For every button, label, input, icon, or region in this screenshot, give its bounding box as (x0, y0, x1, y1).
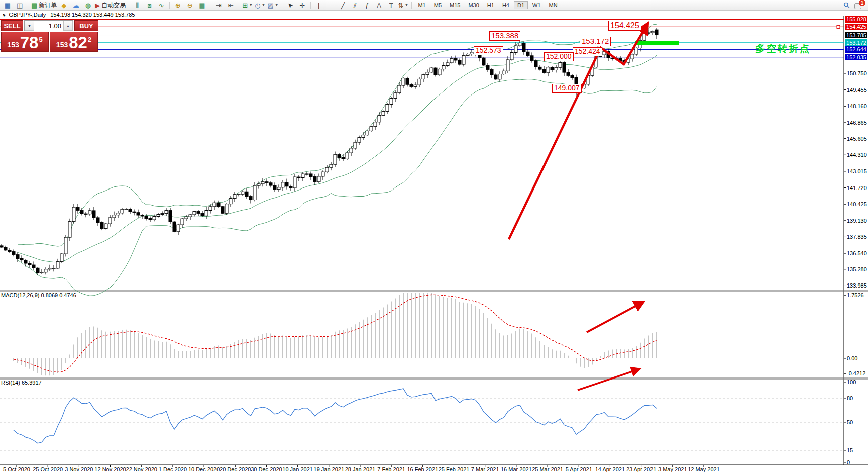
price-axis-tick: 139.130 (847, 218, 867, 224)
search-icon[interactable]: ⚲ (841, 0, 852, 10)
autotrading-button[interactable]: ▶自动交易 (94, 1, 127, 10)
timeframe-button-m15[interactable]: M15 (446, 1, 464, 9)
date-label: 12 May 2021 (688, 466, 720, 472)
price-annotation-label[interactable]: 154.425 (608, 21, 641, 31)
date-label: 25 Oct 2020 (33, 466, 63, 472)
zoom-out-icon[interactable]: ⊖ (184, 1, 196, 10)
arrows-icon[interactable]: ⇅▼ (397, 1, 410, 10)
macd-axis-tick: -0.4212 (847, 370, 865, 376)
rsi-axis-tick: 50 (847, 419, 853, 425)
date-label: 22 Nov 2020 (126, 466, 157, 472)
chart-shift-icon[interactable]: ⇤ (225, 1, 237, 10)
date-label: 7 Mar 2021 (471, 466, 499, 472)
axis-price-label: 153.172 (845, 39, 867, 46)
periods-icon[interactable]: ◷▼ (254, 1, 266, 10)
cursor-icon[interactable]: ➤ (284, 1, 296, 10)
macd-indicator-label: MACD(12,26,9) 0.8069 0.4746 (1, 292, 76, 298)
vertical-line-icon[interactable]: ❘ (313, 1, 325, 10)
trendline-icon[interactable]: ╱ (337, 1, 349, 10)
axis-price-label: 152.644 (845, 46, 867, 53)
green-support-bar[interactable] (635, 41, 679, 45)
line-chart-icon[interactable]: ∿ (155, 1, 167, 10)
date-label: 16 Mar 2021 (501, 466, 532, 472)
price-annotation-label[interactable]: 153.388 (489, 31, 520, 41)
timeframe-button-h1[interactable]: H1 (484, 1, 498, 9)
price-axis-tick: 148.160 (847, 103, 867, 109)
volume-stepper[interactable]: ▼ 1.00 ▲ (24, 20, 73, 31)
sell-price[interactable]: 153 78 5 (1, 32, 49, 52)
timeframe-button-h4[interactable]: H4 (499, 1, 513, 9)
metaeditor-icon[interactable]: ◆ (58, 1, 70, 10)
notification-badge: 1 (859, 0, 865, 6)
crosshair-icon[interactable]: ✛ (296, 1, 308, 10)
date-label: 23 Apr 2021 (626, 466, 656, 472)
price-axis-tick: 137.835 (847, 234, 867, 240)
macd-histogram (14, 293, 657, 375)
new-chart-icon[interactable]: ▦ (2, 1, 14, 10)
price-axis-tick: 150.750 (847, 70, 867, 76)
price-annotation-label[interactable]: 149.007 (552, 84, 582, 93)
profiles-icon[interactable]: ◫ (14, 1, 26, 10)
text-icon[interactable]: A (373, 1, 385, 10)
buy-price[interactable]: 153 82 2 (50, 32, 98, 52)
date-label: 3 May 2021 (658, 466, 687, 472)
toolbar-separator (310, 2, 311, 9)
tile-windows-icon[interactable]: ▦ (196, 1, 208, 10)
timeframe-button-m1[interactable]: M1 (414, 1, 429, 9)
price-axis-tick: 149.455 (847, 87, 867, 93)
new-order-button[interactable]: ▤新订单 (30, 1, 58, 10)
chart-mini-icon: ➤ (1, 12, 7, 18)
zoom-in-icon[interactable]: ⊕ (172, 1, 184, 10)
buy-button[interactable]: BUY (74, 20, 98, 31)
axis-price-label: 154.425 (845, 24, 867, 30)
price-annotation-label[interactable]: 153.172 (580, 37, 611, 46)
fibonacci-icon[interactable]: ƒ (361, 1, 373, 10)
rsi-axis-tick: 15 (847, 447, 853, 453)
price-annotation-label[interactable]: 152.573 (474, 46, 503, 55)
trendline-endpoint-marker[interactable] (837, 25, 840, 28)
timeframe-button-w1[interactable]: W1 (529, 1, 545, 9)
notifications-icon[interactable]: 1 (854, 1, 863, 9)
bull-bear-turning-point-note[interactable]: 多空转折点 (755, 42, 811, 55)
bar-chart-icon[interactable]: ⫼ (131, 1, 143, 10)
date-label: 1 Dec 2020 (159, 466, 187, 472)
label-icon[interactable]: T (385, 1, 397, 10)
price-axis-tick: 133.985 (847, 282, 867, 289)
date-label: 30 Dec 2020 (251, 466, 282, 472)
timeframe-button-mn[interactable]: MN (546, 1, 561, 9)
price-axis-tick: 144.310 (847, 152, 867, 158)
timeframe-button-d1[interactable]: D1 (514, 1, 528, 9)
rsi-axis-tick: 100 (847, 379, 856, 385)
sell-button[interactable]: SELL (1, 20, 23, 31)
sell-price-prefix: 153 (7, 41, 19, 49)
timeframe-button-m30[interactable]: M30 (465, 1, 482, 9)
equidistant-channel-icon[interactable]: ⫽ (349, 1, 361, 10)
chart-canvas[interactable] (0, 0, 868, 473)
templates-icon[interactable]: ▨▼ (266, 1, 279, 10)
date-label: 10 Dec 2020 (188, 466, 220, 472)
date-label: 10 Jan 2021 (282, 466, 313, 472)
auto-scroll-icon[interactable]: ⇥ (212, 1, 225, 10)
price-axis-tick: 145.605 (847, 136, 867, 142)
volume-increase-button[interactable]: ▲ (63, 21, 73, 31)
sell-price-main: 78 (20, 35, 39, 50)
macd-trend-arrow[interactable] (587, 302, 644, 332)
community-icon[interactable]: ☁ (70, 1, 82, 10)
horizontal-line-icon[interactable]: ― (325, 1, 337, 10)
date-label: 14 Apr 2021 (595, 466, 625, 472)
indicators-button[interactable]: ⊞▼ (241, 1, 254, 10)
macd-axis-tick: 1.7526 (847, 292, 864, 298)
timeframe-button-m5[interactable]: M5 (430, 1, 445, 9)
candlestick-chart-icon[interactable]: ⧈ (143, 1, 155, 10)
price-annotation-label[interactable]: 152.000 (544, 52, 574, 61)
price-axis-tick: 140.425 (847, 201, 867, 207)
volume-decrease-button[interactable]: ▼ (25, 21, 34, 31)
signals-icon[interactable]: ◍ (82, 1, 94, 10)
price-annotation-label[interactable]: 152.424 (573, 47, 602, 56)
rsi-axis-tick: 0 (847, 459, 850, 465)
volume-value[interactable]: 1.00 (34, 21, 63, 31)
rsi-trend-arrow[interactable] (578, 369, 640, 390)
price-axis-tick: 135.280 (847, 266, 867, 272)
toolbar-separator (28, 2, 28, 9)
date-label: 3 Nov 2020 (65, 466, 93, 472)
